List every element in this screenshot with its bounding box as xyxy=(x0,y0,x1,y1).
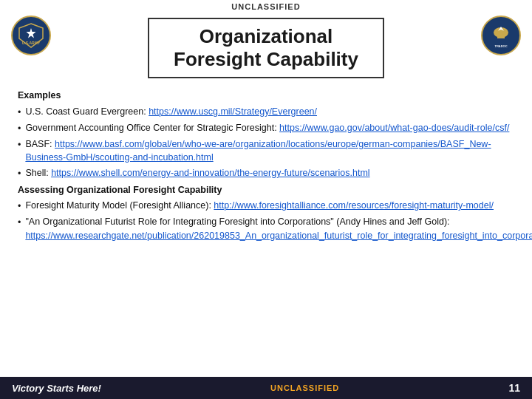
footer-classification: UNCLASSIFIED xyxy=(270,383,339,392)
item-prefix: "An Organizational Futurist Role for Int… xyxy=(25,216,449,227)
army-shield-icon: U.S.ARMY xyxy=(11,16,51,55)
list-item: • BASF: https://www.basf.com/global/en/w… xyxy=(18,137,514,164)
title-box: Organizational Foresight Capability xyxy=(148,18,384,78)
content-area: Examples • U.S. Coast Guard Evergreen: h… xyxy=(0,84,532,242)
bullet-icon: • xyxy=(18,200,21,213)
item-link[interactable]: https://www.researchgate.net/publication… xyxy=(25,231,532,241)
bullet-icon: • xyxy=(18,216,21,229)
unit-badge-icon: TRADOC xyxy=(481,16,521,55)
footer-page-number: 11 xyxy=(508,382,520,394)
item-prefix: BASF: xyxy=(25,139,55,149)
item-link[interactable]: https://www.shell.com/energy-and-innovat… xyxy=(51,168,369,178)
list-item: • U.S. Coast Guard Evergreen: https://ww… xyxy=(18,105,514,119)
logo-left: U.S.ARMY xyxy=(9,13,53,58)
examples-bullet-list: • U.S. Coast Guard Evergreen: https://ww… xyxy=(18,105,514,181)
bullet-icon: • xyxy=(18,122,21,135)
header-area: U.S.ARMY Organizational Foresight Capabi… xyxy=(0,13,532,84)
svg-text:U.S.ARMY: U.S.ARMY xyxy=(22,41,41,45)
assessing-section-title: Assessing Organizational Foresight Capab… xyxy=(18,183,514,197)
svg-text:TRADOC: TRADOC xyxy=(494,44,507,48)
list-item: • Shell: https://www.shell.com/energy-an… xyxy=(18,166,514,180)
bullet-icon: • xyxy=(18,167,21,180)
item-link[interactable]: https://www.gao.gov/about/what-gao-does/… xyxy=(279,123,509,133)
item-prefix: Shell: xyxy=(25,168,51,178)
army-star-svg: U.S.ARMY xyxy=(18,22,44,49)
item-prefix: U.S. Coast Guard Evergreen: xyxy=(25,106,149,117)
assessing-bullet-list: • Foresight Maturity Model (Foresight Al… xyxy=(18,199,514,242)
badge-svg: TRADOC xyxy=(485,19,517,52)
item-link[interactable]: https://www.uscg.mil/Strategy/Evergreen/ xyxy=(149,106,317,117)
logo-right: TRADOC xyxy=(479,13,523,58)
svg-rect-8 xyxy=(497,35,505,38)
item-link[interactable]: http://www.foresightalliance.com/resourc… xyxy=(214,200,494,211)
item-prefix: Government Accounting Office Center for … xyxy=(25,123,279,133)
list-item: • "An Organizational Futurist Role for I… xyxy=(18,215,514,242)
item-link[interactable]: https://www.basf.com/global/en/who-we-ar… xyxy=(25,139,491,163)
footer-tagline: Victory Starts Here! xyxy=(12,383,101,394)
top-classification-bar: UNCLASSIFIED xyxy=(0,0,532,13)
list-item: • Government Accounting Office Center fo… xyxy=(18,121,514,135)
item-prefix: Foresight Maturity Model (Foresight Alli… xyxy=(25,200,214,211)
list-item: • Foresight Maturity Model (Foresight Al… xyxy=(18,199,514,213)
bullet-icon: • xyxy=(18,138,21,151)
footer-bar: Victory Starts Here! UNCLASSIFIED 11 xyxy=(0,377,532,399)
classification-label: UNCLASSIFIED xyxy=(231,2,300,11)
examples-section-title: Examples xyxy=(18,89,514,102)
bullet-icon: • xyxy=(18,106,21,119)
page-title: Organizational Foresight Capability xyxy=(171,25,361,71)
